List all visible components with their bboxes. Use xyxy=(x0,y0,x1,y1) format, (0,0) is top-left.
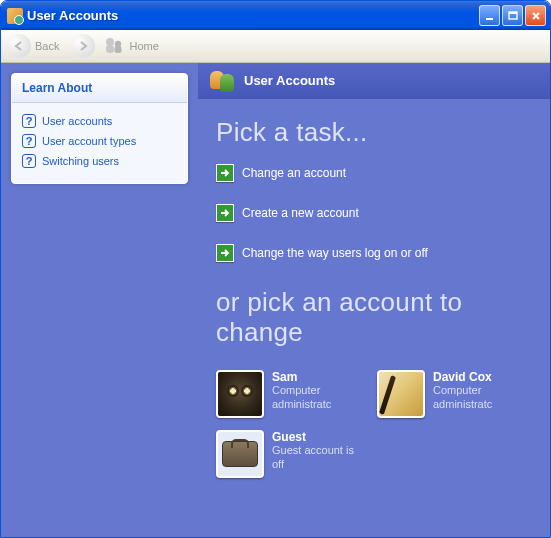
window-title: User Accounts xyxy=(27,8,479,23)
sidebar-header: Learn About xyxy=(12,74,187,103)
main-content: Pick a task... Change an account Create … xyxy=(198,99,550,488)
titlebar[interactable]: User Accounts xyxy=(1,1,550,30)
pick-task-headline: Pick a task... xyxy=(216,117,532,148)
sidebar-list: ? User accounts ? User account types ? S… xyxy=(12,103,187,183)
account-name: Sam xyxy=(272,370,361,384)
maximize-button[interactable] xyxy=(502,5,523,26)
account-info: Sam Computer administratc xyxy=(272,370,361,418)
help-icon: ? xyxy=(22,134,36,148)
avatar xyxy=(216,430,264,478)
account-role: Guest account is off xyxy=(272,444,361,472)
sidebar-container: Learn About ? User accounts ? User accou… xyxy=(1,63,198,537)
task-create-account[interactable]: Create a new account xyxy=(216,204,532,222)
forward-button[interactable] xyxy=(71,34,95,58)
learn-about-panel: Learn About ? User accounts ? User accou… xyxy=(11,73,188,184)
account-guest[interactable]: Guest Guest account is off xyxy=(216,430,361,478)
svg-point-3 xyxy=(106,38,114,46)
close-button[interactable] xyxy=(525,5,546,26)
task-change-account[interactable]: Change an account xyxy=(216,164,532,182)
home-button[interactable] xyxy=(103,36,125,56)
account-role: Computer administratc xyxy=(272,384,361,412)
home-label: Home xyxy=(129,40,158,52)
body: Learn About ? User accounts ? User accou… xyxy=(1,63,550,537)
user-accounts-app-icon xyxy=(7,8,23,24)
main-header-title: User Accounts xyxy=(244,73,335,88)
sidebar-item-user-accounts[interactable]: ? User accounts xyxy=(22,111,177,131)
account-list: Sam Computer administratc David Cox Comp… xyxy=(216,370,532,478)
arrow-right-icon xyxy=(216,244,234,262)
forward-arrow-icon xyxy=(77,40,89,52)
main-header: User Accounts xyxy=(198,63,550,99)
account-name: David Cox xyxy=(433,370,522,384)
account-david-cox[interactable]: David Cox Computer administratc xyxy=(377,370,522,418)
home-people-icon xyxy=(103,36,125,56)
pick-account-headline: or pick an account to change xyxy=(216,288,532,348)
account-role: Computer administratc xyxy=(433,384,522,412)
account-name: Guest xyxy=(272,430,361,444)
minimize-button[interactable] xyxy=(479,5,500,26)
svg-rect-4 xyxy=(106,45,114,53)
minimize-icon xyxy=(485,11,495,21)
avatar xyxy=(216,370,264,418)
account-info: David Cox Computer administratc xyxy=(433,370,522,418)
help-icon: ? xyxy=(22,114,36,128)
help-icon: ? xyxy=(22,154,36,168)
sidebar-item-label: Switching users xyxy=(42,155,119,167)
task-change-logon[interactable]: Change the way users log on or off xyxy=(216,244,532,262)
back-button[interactable] xyxy=(7,34,31,58)
close-icon xyxy=(531,11,541,21)
user-accounts-icon xyxy=(208,67,236,95)
account-info: Guest Guest account is off xyxy=(272,430,361,478)
toolbar: Back Home xyxy=(1,30,550,63)
window: User Accounts Back Home xyxy=(0,0,551,538)
sidebar-item-user-account-types[interactable]: ? User account types xyxy=(22,131,177,151)
arrow-right-icon xyxy=(216,164,234,182)
avatar xyxy=(377,370,425,418)
back-label: Back xyxy=(35,40,59,52)
maximize-icon xyxy=(508,11,518,21)
sidebar-item-switching-users[interactable]: ? Switching users xyxy=(22,151,177,171)
window-buttons xyxy=(479,5,546,26)
back-arrow-icon xyxy=(13,40,25,52)
task-label: Change an account xyxy=(242,166,346,180)
task-label: Create a new account xyxy=(242,206,359,220)
main-panel: User Accounts Pick a task... Change an a… xyxy=(198,63,550,537)
account-sam[interactable]: Sam Computer administratc xyxy=(216,370,361,418)
sidebar-item-label: User accounts xyxy=(42,115,112,127)
svg-rect-6 xyxy=(115,46,122,53)
sidebar-item-label: User account types xyxy=(42,135,136,147)
svg-rect-2 xyxy=(509,12,517,14)
arrow-right-icon xyxy=(216,204,234,222)
svg-rect-0 xyxy=(486,18,493,20)
task-label: Change the way users log on or off xyxy=(242,246,428,260)
